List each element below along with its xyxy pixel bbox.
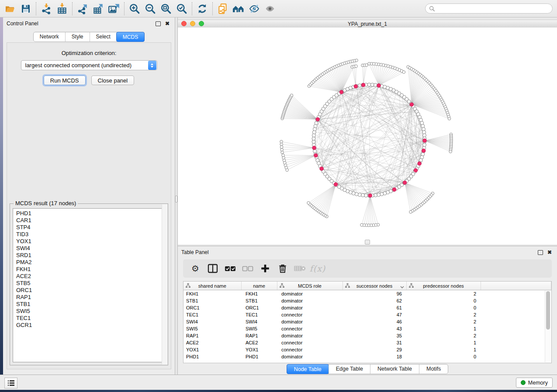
import-table-button[interactable] bbox=[54, 2, 70, 15]
refresh-layout-button[interactable] bbox=[194, 2, 210, 15]
delete-column-button[interactable] bbox=[274, 261, 291, 276]
cell-name[interactable]: SWI5 bbox=[241, 325, 277, 332]
column-header-name[interactable]: name bbox=[241, 282, 277, 290]
cell-successor-nodes[interactable]: 18 bbox=[343, 353, 406, 360]
cell-mcds-role[interactable]: dominator bbox=[277, 353, 343, 360]
column-header-mcds-role[interactable]: MCDS role bbox=[277, 282, 343, 290]
cell-name[interactable]: FKH1 bbox=[241, 290, 277, 298]
cell-mcds-role[interactable]: dominator bbox=[277, 332, 343, 339]
list-item[interactable]: PHD1 bbox=[16, 210, 165, 217]
cell-name[interactable]: ORC1 bbox=[241, 304, 277, 311]
criterion-dropdown[interactable]: largest connected component (undirected) bbox=[21, 60, 157, 70]
cell-predecessor-nodes[interactable]: 2 bbox=[406, 318, 481, 325]
cell-name[interactable]: RAP1 bbox=[241, 332, 277, 339]
list-item[interactable]: STP4 bbox=[16, 224, 165, 231]
zoom-selected-button[interactable] bbox=[174, 2, 190, 15]
table-scrollbar-thumb[interactable] bbox=[546, 291, 550, 330]
cell-name[interactable]: TEC1 bbox=[241, 311, 277, 318]
run-mcds-button[interactable]: Run MCDS bbox=[44, 76, 86, 85]
zoom-out-button[interactable] bbox=[142, 2, 158, 15]
cell-predecessor-nodes[interactable]: 2 bbox=[406, 332, 481, 339]
memory-button[interactable]: Memory bbox=[516, 378, 553, 388]
cell-successor-nodes[interactable]: 62 bbox=[343, 297, 406, 304]
tab-select[interactable]: Select bbox=[90, 32, 117, 41]
cell-successor-nodes[interactable]: 61 bbox=[343, 304, 406, 311]
search-input[interactable] bbox=[435, 5, 550, 12]
cell-mcds-role[interactable]: dominator bbox=[277, 304, 343, 311]
list-item[interactable]: STB5 bbox=[16, 280, 165, 287]
cell-predecessor-nodes[interactable]: 0 bbox=[406, 304, 481, 311]
cell-mcds-role[interactable]: dominator bbox=[277, 318, 343, 325]
export-image-button[interactable] bbox=[106, 2, 122, 15]
list-item[interactable]: CAR1 bbox=[16, 217, 165, 224]
list-item[interactable]: ORC1 bbox=[16, 287, 165, 294]
cell-name[interactable]: STB1 bbox=[241, 297, 277, 304]
cell-successor-nodes[interactable]: 47 bbox=[343, 311, 406, 318]
cell-shared-name[interactable]: YOX1 bbox=[183, 346, 241, 353]
save-session-button[interactable] bbox=[18, 2, 34, 15]
cell-shared-name[interactable]: TEC1 bbox=[183, 311, 241, 318]
cell-mcds-role[interactable]: connector bbox=[277, 339, 343, 346]
zoom-window-traffic-light[interactable] bbox=[199, 21, 204, 26]
search-field[interactable] bbox=[425, 3, 553, 14]
close-panel-action-button[interactable]: Close panel bbox=[91, 76, 135, 85]
network-canvas[interactable] bbox=[178, 28, 557, 244]
list-item[interactable]: FKH1 bbox=[16, 266, 165, 273]
sort-chevron-icon[interactable] bbox=[400, 284, 404, 289]
cell-name[interactable]: YOX1 bbox=[241, 346, 277, 353]
list-scrollbar[interactable] bbox=[162, 204, 167, 364]
minimize-window-traffic-light[interactable] bbox=[190, 21, 195, 26]
cell-shared-name[interactable]: STB1 bbox=[183, 297, 241, 304]
cell-predecessor-nodes[interactable]: 0 bbox=[406, 297, 481, 304]
cell-shared-name[interactable]: SWI5 bbox=[183, 325, 241, 332]
column-header-shared-name[interactable]: shared name bbox=[183, 282, 241, 290]
cell-name[interactable]: SWI4 bbox=[241, 318, 277, 325]
list-item[interactable]: TEC1 bbox=[16, 315, 165, 322]
show-all-button[interactable] bbox=[262, 2, 278, 15]
tab-edge-table[interactable]: Edge Table bbox=[329, 364, 370, 374]
deselect-all-button[interactable] bbox=[239, 261, 256, 276]
cell-shared-name[interactable]: ACE2 bbox=[183, 339, 241, 346]
horizontal-splitter-grip[interactable] bbox=[365, 240, 370, 244]
list-item[interactable]: RAP1 bbox=[16, 294, 165, 301]
cell-mcds-role[interactable]: connector bbox=[277, 346, 343, 353]
cell-successor-nodes[interactable]: 46 bbox=[343, 318, 406, 325]
tab-node-table[interactable]: Node Table bbox=[287, 364, 329, 374]
cell-name[interactable]: ACE2 bbox=[241, 339, 277, 346]
table-row[interactable]: SWI4 SWI4 dominator 46 2 bbox=[183, 318, 551, 325]
splitter-grip[interactable] bbox=[175, 196, 177, 203]
tab-mcds[interactable]: MCDS bbox=[116, 32, 145, 42]
cell-successor-nodes[interactable]: 43 bbox=[343, 325, 406, 332]
column-header-predecessor-nodes[interactable]: predecessor nodes bbox=[406, 282, 481, 290]
import-network-button[interactable] bbox=[38, 2, 54, 15]
cell-shared-name[interactable]: SWI4 bbox=[183, 318, 241, 325]
table-row[interactable]: PHD1 PHD1 dominator 18 0 bbox=[183, 353, 551, 360]
list-item[interactable]: SRD1 bbox=[16, 252, 165, 259]
cell-mcds-role[interactable]: connector bbox=[277, 311, 343, 318]
export-network-button[interactable] bbox=[75, 2, 90, 15]
tab-network[interactable]: Network bbox=[34, 32, 65, 41]
cell-successor-nodes[interactable]: 35 bbox=[343, 332, 406, 339]
cell-predecessor-nodes[interactable]: 1 bbox=[406, 325, 481, 332]
cell-predecessor-nodes[interactable]: 2 bbox=[406, 290, 481, 298]
cell-mcds-role[interactable]: dominator bbox=[277, 290, 343, 298]
table-scrollbar[interactable] bbox=[545, 290, 551, 362]
float-panel-button[interactable] bbox=[156, 21, 161, 26]
list-item[interactable]: PMA2 bbox=[16, 259, 165, 266]
list-item[interactable]: GCR1 bbox=[16, 322, 165, 329]
list-item[interactable]: SWI4 bbox=[16, 245, 165, 252]
task-history-button[interactable] bbox=[4, 378, 17, 389]
column-settings-button[interactable]: ⚙ bbox=[187, 261, 204, 276]
cell-successor-nodes[interactable]: 29 bbox=[343, 346, 406, 353]
list-item[interactable]: STB1 bbox=[16, 301, 165, 308]
mcds-result-list[interactable]: PHD1CAR1STP4TID3YOX1SWI4SRD1PMA2FKH1ACE2… bbox=[13, 208, 165, 362]
vertical-splitter[interactable] bbox=[175, 17, 178, 375]
table-row[interactable]: STB1 STB1 dominator 62 0 bbox=[183, 297, 551, 304]
cell-name[interactable]: PHD1 bbox=[241, 353, 277, 360]
tab-style[interactable]: Style bbox=[65, 32, 90, 41]
cell-mcds-role[interactable]: dominator bbox=[277, 297, 343, 304]
tab-network-table[interactable]: Network Table bbox=[370, 364, 419, 374]
select-all-button[interactable] bbox=[221, 261, 239, 276]
tab-motifs[interactable]: Motifs bbox=[419, 364, 448, 374]
cell-predecessor-nodes[interactable]: 2 bbox=[406, 311, 481, 318]
